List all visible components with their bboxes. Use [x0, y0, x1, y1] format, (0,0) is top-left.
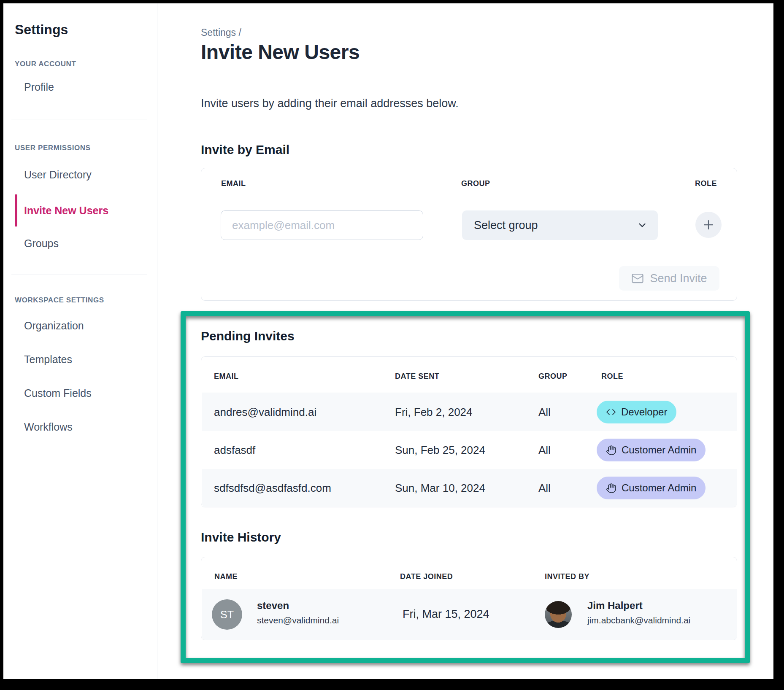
pending-invites-table: EMAIL DATE SENT GROUP ROLE andres@validm…	[201, 356, 737, 507]
role-badge-customer-admin: Customer Admin	[597, 439, 706, 461]
invite-history-row: ST steven steven@validmind.ai Fri, Mar 1…	[202, 589, 737, 640]
group-select[interactable]: Select group	[462, 210, 658, 240]
email-label: EMAIL	[221, 179, 246, 188]
invite-email: adsfasdf	[214, 431, 255, 469]
invite-history-heading: Invite History	[201, 530, 281, 544]
role-badge-label: Developer	[621, 406, 667, 418]
pending-invites-heading: Pending Invites	[201, 329, 295, 343]
invite-date-sent: Sun, Feb 25, 2024	[395, 431, 485, 469]
pending-invite-row: andres@validmind.ai Fri, Feb 2, 2024 All…	[202, 393, 737, 431]
role-badge-label: Customer Admin	[622, 482, 696, 494]
sidebar-item-organization[interactable]: Organization	[24, 319, 84, 332]
invite-history-table: NAME DATE JOINED INVITED BY ST steven st…	[201, 557, 737, 640]
column-header-invited-by: INVITED BY	[545, 572, 589, 581]
sidebar-divider	[11, 119, 147, 119]
email-input[interactable]	[221, 210, 423, 240]
sidebar-divider	[11, 275, 147, 275]
sidebar-item-profile[interactable]: Profile	[24, 80, 54, 94]
breadcrumb-settings-link[interactable]: Settings	[201, 27, 236, 38]
page-description: Invite users by adding their email addre…	[201, 97, 459, 110]
sidebar-item-groups[interactable]: Groups	[24, 237, 59, 250]
section-header-workspace-settings: WORKSPACE SETTINGS	[15, 296, 104, 305]
section-header-user-permissions: USER PERMISSIONS	[15, 144, 91, 152]
pending-invite-row: sdfsdfsd@asdfasfd.com Sun, Mar 10, 2024 …	[202, 469, 737, 507]
section-header-your-account: YOUR ACCOUNT	[15, 60, 76, 68]
sidebar-item-user-directory[interactable]: User Directory	[24, 168, 92, 181]
column-header-email: EMAIL	[214, 372, 239, 381]
active-item-indicator	[15, 194, 17, 226]
column-header-name: NAME	[214, 572, 238, 581]
breadcrumb: Settings /	[201, 27, 241, 38]
column-header-group: GROUP	[538, 372, 568, 381]
invited-by-email: jim.abcbank@validmind.ai	[587, 615, 690, 625]
sidebar-item-custom-fields[interactable]: Custom Fields	[24, 386, 92, 400]
invite-date-sent: Fri, Feb 2, 2024	[395, 393, 473, 431]
send-invite-label: Send Invite	[650, 272, 707, 285]
sidebar-item-workflows[interactable]: Workflows	[24, 420, 73, 434]
app-window: Settings YOUR ACCOUNT Profile USER PERMI…	[3, 3, 773, 679]
column-header-role: ROLE	[601, 372, 623, 381]
plus-icon	[701, 218, 716, 232]
role-badge-developer: Developer	[597, 401, 676, 423]
sidebar-title: Settings	[15, 22, 68, 38]
invite-by-email-card: EMAIL GROUP ROLE Select group Send Invi	[201, 168, 737, 301]
invited-by-avatar-photo	[545, 601, 572, 628]
invite-email: sdfsdfsd@asdfasfd.com	[214, 469, 331, 507]
sidebar-item-invite-new-users[interactable]: Invite New Users	[24, 204, 108, 217]
invited-by-name: Jim Halpert	[587, 600, 690, 612]
member-name: steven	[257, 600, 339, 612]
chevron-down-icon	[637, 220, 648, 231]
breadcrumb-separator: /	[239, 27, 241, 38]
add-invite-row-button[interactable]	[695, 212, 722, 238]
column-header-date-joined: DATE JOINED	[400, 572, 453, 581]
hand-icon	[606, 483, 616, 493]
avatar-initials: ST	[212, 599, 242, 630]
member-email: steven@validmind.ai	[257, 615, 339, 625]
invite-by-email-heading: Invite by Email	[201, 143, 289, 157]
page-title: Invite New Users	[201, 40, 360, 64]
invite-group: All	[538, 469, 551, 507]
sidebar-item-templates[interactable]: Templates	[24, 353, 72, 366]
code-icon	[606, 407, 616, 417]
role-label: ROLE	[695, 179, 717, 188]
hand-icon	[606, 445, 616, 456]
send-invite-button[interactable]: Send Invite	[619, 266, 719, 291]
group-select-value: Select group	[474, 219, 538, 232]
invite-email: andres@validmind.ai	[214, 393, 316, 431]
group-label: GROUP	[461, 179, 490, 188]
role-badge-label: Customer Admin	[622, 444, 696, 456]
invite-group: All	[538, 393, 551, 431]
invite-group: All	[538, 431, 551, 469]
settings-sidebar: Settings YOUR ACCOUNT Profile USER PERMI…	[3, 3, 157, 679]
column-header-date-sent: DATE SENT	[395, 372, 439, 381]
pending-invite-row: adsfasdf Sun, Feb 25, 2024 All Customer …	[202, 431, 737, 469]
role-badge-customer-admin: Customer Admin	[597, 477, 706, 499]
envelope-icon	[631, 272, 644, 285]
invite-date-sent: Sun, Mar 10, 2024	[395, 469, 485, 507]
date-joined-cell: Fri, Mar 15, 2024	[403, 589, 489, 640]
